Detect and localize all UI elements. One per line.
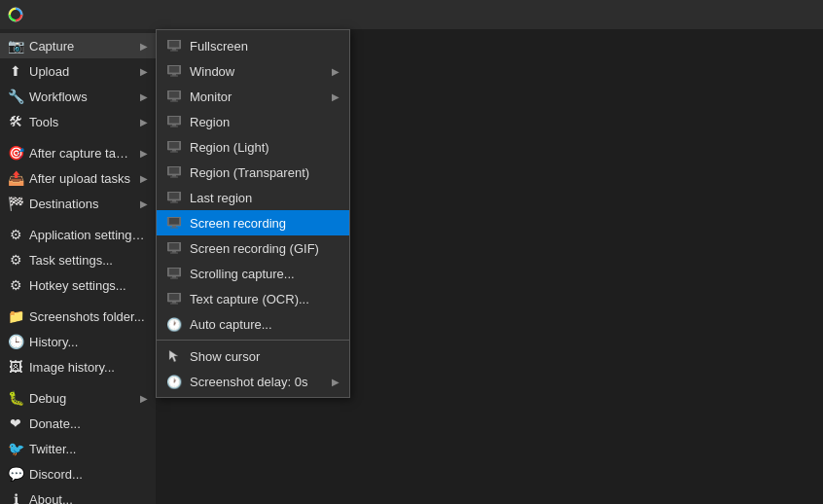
sidebar-item-capture[interactable]: 📷Capture▶ [0,33,156,58]
sidebar-item-twitter[interactable]: 🐦Twitter... [0,436,156,461]
sidebar-item-screenshots[interactable]: 📁Screenshots folder... [0,304,156,329]
svg-rect-18 [169,142,179,149]
svg-rect-32 [170,228,178,229]
sidebar-item-after-upload[interactable]: 📤After upload tasks▶ [0,165,156,191]
window-label: Window [190,64,324,79]
maximize-button[interactable] [755,5,784,24]
svg-rect-20 [170,152,178,153]
svg-rect-28 [170,202,178,203]
svg-marker-45 [169,350,178,362]
sidebar-item-hotkey-settings[interactable]: ⚙Hotkey settings... [0,272,156,298]
app-settings-label: Application settings... [29,228,148,242]
svg-rect-27 [172,200,176,202]
svg-rect-15 [172,125,176,126]
sidebar-item-tools[interactable]: 🛠Tools▶ [0,109,156,134]
svg-rect-31 [172,226,176,228]
menu-item-fullscreen[interactable]: Fullscreen [157,33,349,58]
capture-icon: 📷 [8,38,23,54]
region-light-icon [166,139,182,155]
fullscreen-label: Fullscreen [190,39,340,54]
region-transparent-icon [166,164,182,180]
fullscreen-icon [166,38,182,54]
sidebar-item-workflows[interactable]: 🔧Workflows▶ [0,84,156,109]
show-cursor-label: Show cursor [190,349,340,364]
destinations-label: Destinations [29,197,134,211]
twitter-label: Twitter... [29,442,148,456]
menu-item-screen-recording[interactable]: Screen recording [157,210,349,235]
screenshot-delay-label: Screenshot delay: 0s [190,375,324,389]
title-bar-left [8,7,29,22]
show-cursor-icon [166,348,182,364]
menu-item-text-capture[interactable]: Text capture (OCR)... [157,286,349,311]
screenshot-delay-icon: 🕐 [166,374,182,389]
screen-recording-icon [166,215,182,231]
capture-label: Capture [29,39,134,54]
sidebar-item-upload[interactable]: ⬆Upload▶ [0,58,156,84]
menu-item-region-light[interactable]: Region (Light) [157,134,349,160]
image-history-icon: 🖼 [8,359,23,375]
region-light-label: Region (Light) [190,140,340,155]
svg-rect-22 [169,167,179,174]
svg-rect-11 [172,99,176,101]
tools-icon: 🛠 [8,114,23,129]
hotkey-settings-label: Hotkey settings... [29,278,148,293]
tools-label: Tools [29,115,134,129]
sidebar-item-app-settings[interactable]: ⚙Application settings... [0,222,156,247]
after-capture-label: After capture tasks [29,146,134,161]
workflows-icon: 🔧 [8,89,23,104]
scrolling-capture-icon [166,266,182,281]
sidebar-item-about[interactable]: ℹAbout... [0,486,156,504]
menu-item-region[interactable]: Region [157,109,349,134]
upload-icon: ⬆ [8,63,23,79]
screenshots-label: Screenshots folder... [29,309,148,324]
sidebar-item-after-capture[interactable]: 🎯After capture tasks▶ [0,140,156,165]
svg-rect-8 [170,76,178,77]
svg-rect-6 [169,66,179,73]
menu-item-show-cursor[interactable]: Show cursor [157,343,349,369]
menu-item-region-transparent[interactable]: Region (Transparent) [157,160,349,185]
menu-item-auto-capture[interactable]: 🕐Auto capture... [157,311,349,337]
screen-recording-gif-label: Screen recording (GIF) [190,241,340,256]
main-layout: 📷Capture▶⬆Upload▶🔧Workflows▶🛠Tools▶🎯Afte… [0,29,823,504]
screenshots-icon: 📁 [8,308,23,324]
sidebar-item-history[interactable]: 🕒History... [0,329,156,354]
svg-rect-30 [169,218,179,225]
svg-rect-7 [172,74,176,76]
sidebar: 📷Capture▶⬆Upload▶🔧Workflows▶🛠Tools▶🎯Afte… [0,29,156,504]
close-button[interactable] [786,5,815,24]
after-upload-label: After upload tasks [29,171,134,186]
twitter-icon: 🐦 [8,441,23,456]
menu-item-screenshot-delay[interactable]: 🕐Screenshot delay: 0s▶ [157,369,349,394]
svg-rect-39 [172,276,176,278]
text-capture-label: Text capture (OCR)... [190,292,340,306]
monitor-icon [166,89,182,104]
sidebar-item-destinations[interactable]: 🏁Destinations▶ [0,191,156,216]
svg-rect-40 [170,278,178,279]
svg-rect-36 [170,253,178,254]
sidebar-item-donate[interactable]: ❤Donate... [0,411,156,436]
sidebar-item-debug[interactable]: 🐛Debug▶ [0,385,156,411]
about-icon: ℹ [8,491,23,504]
menu-item-window[interactable]: Window▶ [157,58,349,84]
window-controls [724,5,815,24]
destinations-icon: 🏁 [8,196,23,211]
sidebar-item-image-history[interactable]: 🖼Image history... [0,354,156,379]
content-area: FullscreenWindow▶Monitor▶RegionRegion (L… [156,29,823,504]
sidebar-item-task-settings[interactable]: ⚙Task settings... [0,247,156,272]
sidebar-item-discord[interactable]: 💬Discord... [0,461,156,486]
menu-item-monitor[interactable]: Monitor▶ [157,84,349,109]
menu-item-last-region[interactable]: Last region [157,185,349,210]
task-settings-label: Task settings... [29,253,148,268]
upload-label: Upload [29,64,134,79]
debug-arrow-icon: ▶ [140,393,148,404]
hotkey-settings-icon: ⚙ [8,277,23,293]
discord-icon: 💬 [8,466,23,482]
menu-item-scrolling-capture[interactable]: Scrolling capture... [157,261,349,286]
menu-item-screen-recording-gif[interactable]: Screen recording (GIF) [157,235,349,261]
minimize-button[interactable] [724,5,753,24]
history-label: History... [29,335,148,349]
after-upload-icon: 📤 [8,170,23,186]
tools-arrow-icon: ▶ [140,117,148,127]
window-arrow-icon: ▶ [332,66,340,77]
last-region-label: Last region [190,191,340,205]
